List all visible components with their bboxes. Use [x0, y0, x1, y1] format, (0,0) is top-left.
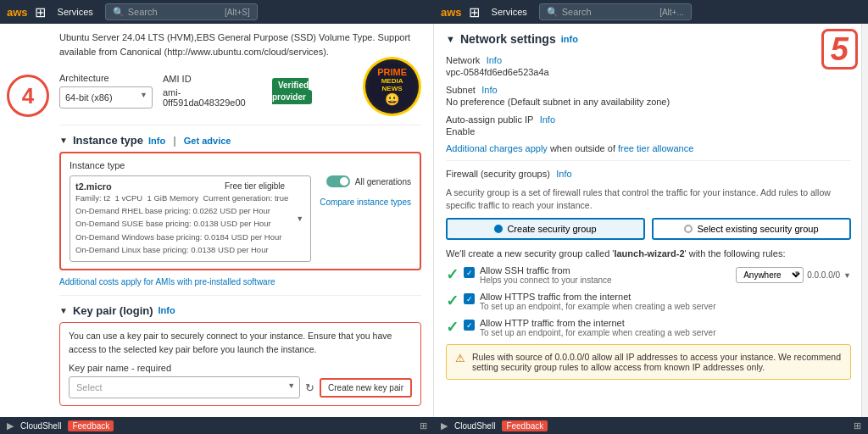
https-label: Allow HTTPS traffic from the internet	[480, 292, 851, 302]
search-bar-left[interactable]: 🔍 Search [Alt+S]	[105, 3, 258, 20]
instance-select-area[interactable]: t2.micro Free tier eligible ▼ Family: t2…	[70, 175, 311, 262]
free-tier-link[interactable]: free tier allowance	[618, 143, 693, 153]
left-panel: 4 Ubuntu Server 24.04 LTS (HVM),EBS Gene…	[0, 24, 434, 434]
http-checkbox[interactable]: ✓	[464, 320, 475, 331]
auto-assign-field: Auto-assign public IP Info Enable	[446, 114, 851, 136]
scroll-indicator[interactable]	[861, 24, 868, 434]
divider-1	[59, 125, 421, 125]
ssh-desc: Helps you connect to your instance	[480, 275, 612, 285]
architecture-select[interactable]: 64-bit (x86)	[59, 86, 153, 108]
network-value: vpc-0584fd6ed6e523a4a	[446, 67, 851, 77]
feedback-btn-left[interactable]: Feedback	[68, 420, 114, 431]
refresh-button[interactable]: ↻	[305, 381, 314, 394]
feedback-btn-right[interactable]: Feedback	[502, 420, 548, 431]
charges-text: Additional charges apply when outside of…	[446, 143, 851, 153]
keypair-box: You can use a key pair to securely conne…	[59, 322, 421, 407]
services-btn-right[interactable]: Services	[487, 5, 532, 19]
keypair-header-label: Key pair (login)	[73, 304, 153, 317]
https-check-annotation: ✓	[446, 292, 459, 310]
http-content: Allow HTTP traffic from the internet To …	[480, 318, 851, 337]
instance-type-box: Instance type t2.micro Free tier eligibl…	[59, 152, 421, 270]
ssh-content: Allow SSH traffic from Helps you connect…	[480, 265, 851, 285]
ami-id-field: AMI ID ami-0ff591da048329e00	[163, 74, 262, 108]
create-keypair-button[interactable]: Create new key pair	[320, 378, 412, 398]
create-sg-label: Create security group	[507, 224, 596, 234]
divider-2	[59, 295, 421, 296]
instance-type-label: Instance type	[73, 134, 143, 147]
keypair-select[interactable]: Select	[69, 376, 300, 398]
subnet-info-link[interactable]: Info	[481, 85, 497, 95]
http-check-annotation: ✓	[446, 318, 459, 337]
architecture-field: Architecture 64-bit (x86)	[59, 73, 153, 108]
grid-icon-left: ⊞	[35, 4, 46, 20]
keypair-select-wrapper[interactable]: Select	[69, 376, 300, 398]
auto-assign-info-link[interactable]: Info	[540, 114, 555, 125]
cloudshell-btn-left[interactable]: CloudShell	[20, 421, 61, 431]
network-info-link[interactable]: Info	[487, 55, 502, 65]
keypair-info-link[interactable]: Info	[159, 305, 175, 315]
toggle-switch[interactable]	[326, 175, 350, 187]
instance-free-tier: Free tier eligible	[225, 181, 285, 191]
services-btn-left[interactable]: Services	[53, 5, 98, 19]
network-settings-info-link[interactable]: info	[561, 34, 578, 44]
terminal-icon-right: ▶	[441, 420, 448, 431]
network-field: Network Info vpc-0584fd6ed6e523a4a	[446, 54, 851, 77]
compare-instance-types-link[interactable]: Compare instance types	[320, 198, 411, 207]
ssh-dropdown-chevron: ▼	[843, 271, 851, 280]
select-existing-sg-radio[interactable]: Select existing security group	[652, 218, 851, 240]
all-generations-label: All generations	[355, 177, 411, 186]
subnet-value: No preference (Default subnet in any ava…	[446, 97, 851, 107]
verified-provider-badge: Verified provider	[272, 78, 312, 104]
cloudshell-btn-right[interactable]: CloudShell	[454, 421, 495, 431]
search-bar-right[interactable]: 🔍 Search [Alt+...	[539, 3, 692, 20]
terminal-icon-left: ▶	[7, 420, 14, 431]
ami-id-label: AMI ID	[163, 74, 262, 84]
search-icon-left: 🔍	[113, 7, 125, 18]
ssh-checkbox[interactable]: ✓	[464, 267, 475, 278]
triangle-icon-keypair: ▼	[59, 306, 68, 315]
firewall-info-link[interactable]: Info	[556, 169, 571, 179]
sg-name-text: We'll create a new security group called…	[446, 248, 851, 259]
warning-text: Rules with source of 0.0.0.0/0 allow all…	[472, 352, 842, 372]
instance-type-info-link[interactable]: Info	[148, 136, 165, 146]
search-shortcut-right: [Alt+...	[659, 8, 684, 17]
https-content: Allow HTTPS traffic from the internet To…	[480, 292, 851, 311]
ssh-checkbox-row: ✓ ✓ Allow SSH traffic from Helps you con…	[446, 265, 851, 285]
keypair-row: Select ↻ Create new key pair	[69, 376, 412, 398]
firewall-label: Firewall (security groups)	[446, 169, 550, 179]
aws-logo-right: aws	[441, 6, 462, 19]
http-label: Allow HTTP traffic from the internet	[480, 318, 851, 328]
bottom-bar-left: ▶ CloudShell Feedback ⊞	[0, 417, 434, 434]
subnet-field: Subnet Info No preference (Default subne…	[446, 84, 851, 107]
instance-name: t2.micro	[75, 181, 112, 192]
instance-select-row: t2.micro Free tier eligible ▼ Family: t2…	[70, 175, 411, 262]
create-sg-radio[interactable]: Create security group	[446, 218, 645, 240]
ami-id-value: ami-0ff591da048329e00	[163, 87, 262, 108]
additional-charges-link[interactable]: Additional charges apply	[446, 143, 548, 153]
ssh-source-select[interactable]: Anywhere	[736, 267, 804, 283]
ssh-label: Allow SSH traffic from	[480, 265, 612, 275]
http-checkbox-row: ✓ ✓ Allow HTTP traffic from the internet…	[446, 318, 851, 337]
prime-media-logo: PRIME MEDIA NEWS 😀	[363, 57, 421, 116]
logo-media: MEDIA	[381, 77, 403, 85]
arch-ami-row: Architecture 64-bit (x86) AMI ID ami-0ff…	[59, 65, 421, 116]
instance-details: Family: t2 1 vCPU 1 GiB Memory Current g…	[75, 192, 305, 256]
get-advice-link[interactable]: Get advice	[184, 136, 231, 146]
search-placeholder-right: Search	[562, 7, 592, 17]
https-checkbox[interactable]: ✓	[464, 293, 475, 304]
ssh-source-dropdown: Anywhere 0.0.0.0/0 ▼	[736, 267, 851, 283]
warning-icon: ⚠	[455, 352, 467, 372]
aws-logo-left: aws	[7, 6, 28, 19]
instance-type-section-header: ▼ Instance type Info | Get advice	[59, 134, 421, 147]
keypair-description: You can use a key pair to securely conne…	[69, 330, 412, 357]
ami-description: Ubuntu Server 24.04 LTS (HVM),EBS Genera…	[59, 31, 421, 58]
expand-icon-right: ⊞	[854, 420, 861, 431]
instance-type-box-label: Instance type	[70, 160, 411, 170]
all-generations-toggle[interactable]: All generations	[326, 175, 411, 187]
firewall-field: Firewall (security groups) Info	[446, 168, 851, 180]
additional-costs-link[interactable]: Additional costs apply for AMIs with pre…	[59, 277, 421, 287]
auto-assign-value: Enable	[446, 126, 851, 136]
https-checkbox-row: ✓ ✓ Allow HTTPS traffic from the interne…	[446, 292, 851, 311]
architecture-select-wrapper[interactable]: 64-bit (x86)	[59, 86, 153, 108]
http-desc: To set up an endpoint, for example when …	[480, 328, 851, 337]
